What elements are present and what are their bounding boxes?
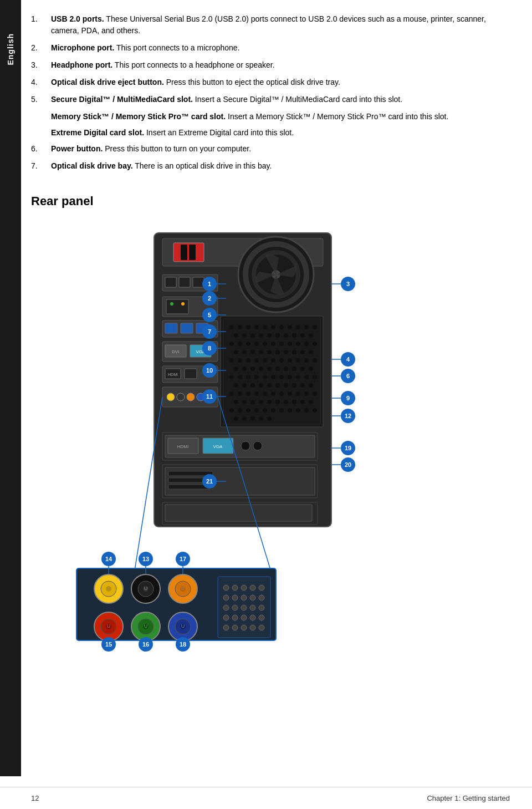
svg-point-216 (259, 605, 264, 610)
svg-point-66 (288, 342, 292, 346)
item-num: 4. (31, 77, 51, 88)
svg-text:1: 1 (208, 281, 211, 287)
svg-point-212 (223, 605, 229, 610)
svg-point-112 (234, 383, 238, 388)
svg-point-31 (167, 393, 175, 401)
svg-point-206 (259, 585, 264, 591)
svg-point-130 (296, 391, 300, 396)
svg-point-149 (279, 408, 284, 413)
svg-point-98 (292, 367, 296, 371)
svg-point-69 (313, 342, 317, 346)
main-content: 1. USB 2.0 ports. These Universal Serial… (31, 0, 510, 688)
svg-point-62 (254, 342, 259, 346)
svg-point-58 (309, 333, 313, 338)
svg-point-95 (267, 367, 272, 371)
svg-point-220 (250, 615, 255, 620)
svg-point-46 (296, 325, 300, 329)
svg-point-210 (250, 595, 255, 601)
svg-point-106 (271, 375, 275, 379)
svg-point-215 (250, 605, 255, 610)
svg-point-132 (313, 391, 317, 396)
svg-point-85 (271, 358, 275, 363)
item-bold: Microphone port. (51, 43, 114, 52)
svg-text:15: 15 (105, 641, 112, 648)
svg-rect-2 (173, 243, 204, 262)
svg-text:13: 13 (142, 556, 149, 562)
list-item: 6. Power button. Press this button to tu… (31, 143, 510, 155)
svg-point-99 (300, 367, 305, 371)
svg-point-128 (279, 391, 284, 396)
item-bold: Optical disk drive bay. (51, 161, 133, 170)
svg-point-129 (288, 391, 292, 396)
svg-point-74 (267, 350, 272, 354)
svg-point-118 (284, 383, 288, 388)
item-bold: USB 2.0 ports. (51, 14, 104, 23)
svg-rect-12 (193, 277, 204, 287)
svg-rect-19 (181, 323, 193, 333)
svg-point-135 (250, 400, 255, 404)
item-desc: Insert a Secure Digital™ / MultiMediaCar… (193, 95, 402, 104)
footer-chapter: Chapter 1: Getting started (427, 794, 510, 802)
svg-point-78 (300, 350, 305, 354)
svg-point-96 (275, 367, 280, 371)
svg-point-86 (279, 358, 284, 363)
svg-point-49 (234, 333, 238, 338)
svg-point-41 (254, 325, 259, 329)
svg-rect-4 (189, 245, 196, 260)
item-num: 7. (31, 160, 51, 172)
list-item: 2. Microphone port. This port connects t… (31, 42, 510, 54)
svg-point-64 (271, 342, 275, 346)
svg-text:HDMI: HDMI (168, 373, 178, 376)
svg-point-115 (259, 383, 263, 388)
svg-point-152 (304, 408, 309, 413)
item-bold: Secure Digital™ / MultiMediaCard slot. (51, 95, 193, 104)
item-desc: There is an optical disk drive in this b… (133, 161, 272, 170)
svg-point-55 (284, 333, 288, 338)
item-text: Optical disk drive eject button. Press t… (51, 77, 510, 88)
svg-point-40 (246, 325, 250, 329)
svg-point-153 (313, 408, 317, 413)
svg-point-122 (229, 391, 234, 396)
item-desc: Press this button to turn on your comput… (103, 144, 251, 153)
svg-point-140 (292, 400, 296, 404)
sub-item: Extreme Digital card slot. Insert an Ext… (51, 127, 510, 139)
svg-point-59 (229, 342, 234, 346)
svg-point-103 (246, 375, 250, 379)
svg-point-157 (259, 416, 263, 421)
svg-point-102 (238, 375, 242, 379)
svg-point-87 (288, 358, 292, 363)
svg-point-84 (263, 358, 267, 363)
item-text: Headphone port. This port connects to a … (51, 59, 510, 71)
svg-point-146 (254, 408, 259, 413)
svg-point-71 (242, 350, 247, 354)
section-heading: Rear panel (31, 194, 510, 208)
svg-text:10: 10 (206, 367, 213, 374)
sub-item-desc: Insert an Extreme Digital card into this… (144, 128, 294, 137)
svg-point-136 (259, 400, 263, 404)
svg-point-225 (250, 625, 255, 630)
svg-point-16 (181, 302, 185, 306)
svg-text:4: 4 (346, 356, 350, 363)
svg-rect-10 (165, 277, 176, 287)
svg-text:U: U (144, 623, 148, 629)
svg-text:21: 21 (206, 478, 213, 485)
svg-point-221 (259, 615, 264, 620)
svg-point-116 (267, 383, 272, 388)
svg-point-114 (250, 383, 255, 388)
svg-point-63 (263, 342, 267, 346)
svg-point-79 (309, 350, 313, 354)
svg-text:U: U (181, 623, 185, 629)
item-desc: These Universal Serial Bus 2.0 (USB 2.0)… (51, 14, 486, 35)
svg-point-82 (246, 358, 250, 363)
svg-point-47 (304, 325, 309, 329)
item-text: Optical disk drive bay. There is an opti… (51, 160, 510, 172)
svg-text:19: 19 (345, 445, 351, 451)
list-item: 1. USB 2.0 ports. These Universal Serial… (31, 13, 510, 37)
list-item: 5. Secure Digital™ / MultiMediaCard slot… (31, 94, 510, 105)
svg-point-51 (250, 333, 255, 338)
svg-rect-29 (185, 369, 197, 379)
svg-point-156 (250, 416, 255, 421)
svg-point-88 (296, 358, 300, 363)
sub-item-desc: Insert a Memory Stick™ / Memory Stick Pr… (226, 112, 448, 121)
svg-point-50 (242, 333, 247, 338)
